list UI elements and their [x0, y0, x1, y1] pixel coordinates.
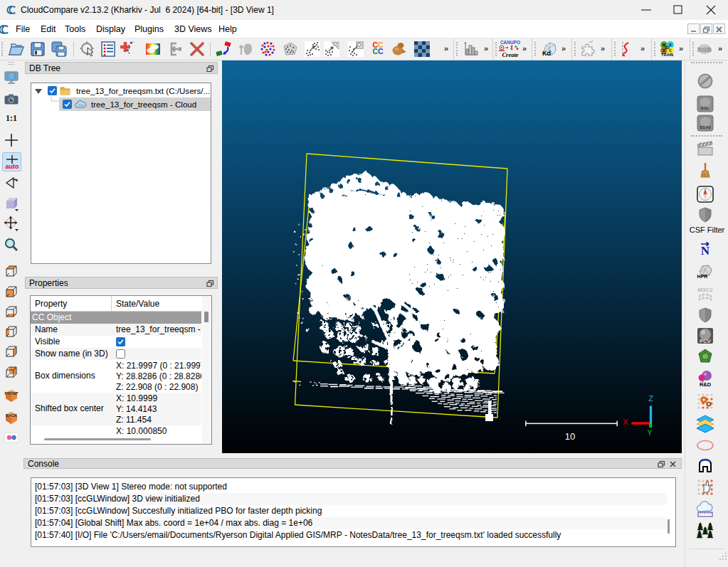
- svg-text:SSA0: SSA0: [700, 125, 711, 129]
- svg-text:FRONT: FRONT: [5, 391, 19, 396]
- svg-text:EDL: EDL: [701, 106, 709, 110]
- svg-text:BACK: BACK: [6, 413, 17, 418]
- svg-text:10: 10: [565, 431, 575, 442]
- svg-text:TRAIN: TRAIN: [661, 53, 673, 57]
- svg-text:Y: Y: [647, 428, 653, 437]
- svg-text:PCV: PCV: [700, 338, 710, 344]
- svg-text:RGB: RGB: [697, 46, 712, 53]
- svg-text:auto: auto: [6, 163, 20, 170]
- svg-text:HPR: HPR: [697, 274, 708, 279]
- svg-text:N: N: [701, 244, 710, 258]
- svg-text:Kd: Kd: [542, 50, 551, 57]
- svg-text:3D: 3D: [665, 46, 670, 50]
- svg-text:M3C2: M3C2: [697, 287, 713, 293]
- svg-text:Z: Z: [648, 394, 653, 403]
- svg-text:R&D: R&D: [700, 381, 712, 388]
- svg-text:X: X: [623, 418, 628, 426]
